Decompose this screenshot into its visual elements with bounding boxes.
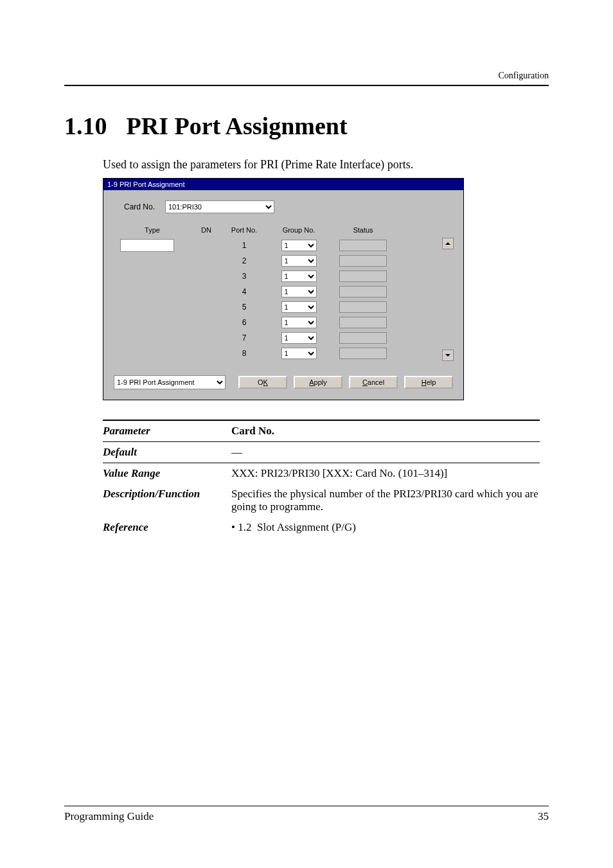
status-box [339,286,387,297]
screenshot-window: 1-9 PRI Port Assignment Card No. 101:PRI… [103,178,464,400]
table-row: 7 1 [114,330,443,346]
status-box [339,255,387,267]
column-headers: Type DN Port No. Group No. Status [114,226,453,234]
breadcrumb: Configuration [64,71,549,81]
vertical-scrollbar[interactable] [443,238,453,361]
page-number: 35 [538,810,549,823]
reference-label: Reference [103,521,231,534]
param-value: Card No. [231,425,540,438]
screen-nav-select[interactable]: 1-9 PRI Port Assignment [114,375,226,389]
cancel-button[interactable]: Cancel [349,376,398,389]
chevron-up-icon [445,241,450,246]
footer-rule [64,806,549,806]
table-row: 5 1 [114,299,443,315]
group-select[interactable]: 1 [281,255,317,267]
group-select[interactable]: 1 [281,317,317,328]
group-select[interactable]: 1 [281,348,317,359]
help-button[interactable]: Help [404,376,453,389]
status-box [339,332,387,344]
ok-button[interactable]: OK [238,376,287,389]
table-row: 4 1 [114,284,443,299]
table-row: 8 1 [114,346,443,361]
table-row: CO 1 1 [114,238,443,253]
port-no: 7 [222,333,267,342]
col-group: Group No. [267,226,331,234]
port-no: 5 [222,303,267,312]
description-label: Description/Function [103,488,231,513]
group-select[interactable]: 1 [281,286,317,297]
group-select[interactable]: 1 [281,270,317,282]
status-box [339,240,387,251]
value-range-label: Value Range [103,467,231,480]
table-row: 2 1 [114,253,443,269]
window-titlebar: 1-9 PRI Port Assignment [103,179,463,190]
section-number: 1.10 [64,112,107,140]
status-box [339,301,387,313]
description-value: Specifies the physical number of the PRI… [231,488,540,513]
col-port: Port No. [222,226,267,234]
param-label: Parameter [103,425,231,438]
table-row: 6 1 [114,315,443,330]
status-box [339,348,387,359]
type-select[interactable]: CO [120,239,174,252]
port-no: 4 [222,287,267,296]
port-no: 2 [222,256,267,265]
scroll-down-button[interactable] [442,350,454,361]
port-no: 1 [222,241,267,250]
apply-button[interactable]: Apply [294,376,342,389]
col-dn: DN [191,226,222,234]
intro-text: Used to assign the parameters for PRI (P… [103,158,549,172]
chevron-down-icon [445,353,450,358]
footer-left: Programming Guide [64,810,154,823]
port-no: 8 [222,349,267,358]
col-status: Status [331,226,395,234]
value-range-value: XXX: PRI23/PRI30 [XXX: Card No. (101–314… [231,467,540,480]
default-label: Default [103,446,231,459]
reference-value: • 1.2 Slot Assignment (P/G) [231,521,540,534]
status-box [339,270,387,282]
parameter-table: Parameter Card No. Default — Value Range… [103,420,540,538]
section-title: PRI Port Assignment [127,112,348,140]
port-no: 3 [222,272,267,281]
group-select[interactable]: 1 [281,240,317,251]
default-value: — [231,446,540,459]
card-no-label: Card No. [114,202,165,211]
header-rule [64,85,549,86]
table-row: 3 1 [114,269,443,284]
page-title: 1.10 PRI Port Assignment [64,112,549,140]
scroll-up-button[interactable] [442,238,454,249]
status-box [339,317,387,328]
group-select[interactable]: 1 [281,301,317,313]
group-select[interactable]: 1 [281,332,317,344]
col-type: Type [114,226,191,234]
card-no-select[interactable]: 101:PRI30 [165,200,274,213]
port-no: 6 [222,318,267,327]
